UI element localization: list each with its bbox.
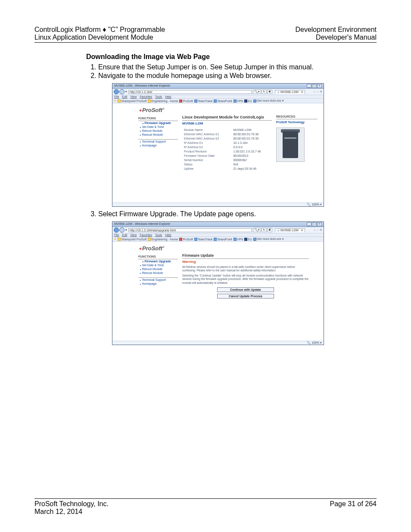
sidebar-technical-support[interactable]: Technical Support: [138, 140, 178, 143]
sidebar-firmware-upgrade[interactable]: Firmware Upgrade: [138, 121, 178, 125]
cancel-update-button[interactable]: Cancel Update Process: [217, 294, 274, 299]
menu-bar[interactable]: File Edit View Favorites Tools Help: [112, 233, 324, 237]
toolbar-icons[interactable]: ⌂ ☆ ⚙: [305, 228, 322, 232]
sidebar-reboot-module[interactable]: Reboot Module: [138, 129, 178, 133]
sidebar-set-date-time[interactable]: Set Date & Time: [138, 125, 178, 129]
screenshot-firmware-update: MVI56E-LDM - Windows Internet Explorer _…: [112, 221, 377, 345]
refresh-icon[interactable]: ↻: [262, 228, 267, 232]
firmware-update-title: Firmware Update: [182, 253, 309, 259]
window-buttons[interactable]: _□×: [306, 222, 322, 226]
refresh-icon[interactable]: ↻: [262, 90, 267, 94]
page-header: ControlLogix Platform ♦ "C" Programmable…: [34, 26, 377, 43]
toolbar-icons[interactable]: ⌂ ☆ ⚙: [305, 90, 322, 93]
warning-text-1: All fieldbus devices should be placed in…: [182, 264, 309, 273]
browser-tab[interactable]: ◎ MVI56E-LDM×: [275, 90, 305, 94]
module-info-table: Module NameMVI56E-LDM Ethernet MAC Addre…: [182, 127, 272, 171]
search-icon[interactable]: 🔍▾: [253, 90, 261, 94]
back-button[interactable]: [114, 89, 119, 94]
footer-date: March 12, 2014: [34, 508, 109, 516]
step-1: Ensure that the Setup Jumper is on. See …: [98, 63, 377, 71]
sidebar-firmware-upgrade[interactable]: Firmware Upgrade: [138, 259, 178, 263]
step-list: Ensure that the Setup Jumper is on. See …: [98, 63, 377, 80]
warning-label: Warning: [182, 259, 309, 264]
window-title: MVI56E-LDM - Windows Internet Explorer: [114, 84, 170, 88]
favorites-bar[interactable]: ★ Sharepoint ProSoft Engineering - Home …: [112, 237, 324, 242]
sidebar-set-date-time[interactable]: Set Date & Time: [138, 263, 178, 267]
header-right-2: Developer's Manual: [295, 34, 377, 41]
forward-button[interactable]: [119, 227, 125, 233]
stop-icon[interactable]: ✖: [267, 228, 272, 232]
favorites-bar[interactable]: ★ Sharepoint ProSoft Engineering - Home …: [112, 99, 324, 103]
step-list-cont: Select Firmware Upgrade. The Update page…: [98, 210, 377, 218]
page-footer: ProSoft Technology, Inc. March 12, 2014 …: [34, 498, 377, 516]
sidebar-reboot-module[interactable]: Reboot Module: [138, 267, 178, 271]
window-title: MVI56E-LDM - Windows Internet Explorer: [114, 222, 170, 226]
browser-tab[interactable]: ◎ MVI56E-LDM×: [275, 228, 305, 232]
address-bar[interactable]: http://10.1.3.184/startupgrade.html: [128, 228, 252, 232]
model-name: MVI56E-LDM: [182, 121, 272, 127]
prosoft-logo: ✦ProSoft®: [112, 242, 324, 253]
header-left-2: Linux Application Development Module: [34, 34, 165, 41]
sidebar-rescue-module[interactable]: Rescue Module: [138, 133, 178, 137]
sidebar-homepage[interactable]: Homepage: [138, 143, 178, 147]
sidebar-rescue-module[interactable]: Rescue Module: [138, 271, 178, 275]
sidebar-homepage[interactable]: Homepage: [138, 282, 178, 286]
close-icon[interactable]: ×: [301, 229, 303, 232]
sidebar-technical-support[interactable]: Technical Support: [138, 278, 178, 282]
back-button[interactable]: [114, 227, 119, 233]
step-3: Select Firmware Upgrade. The Update page…: [98, 210, 377, 218]
prosoft-logo: ✦ProSoft®: [112, 103, 324, 115]
stop-icon[interactable]: ✖: [267, 90, 272, 94]
module-image: [276, 128, 305, 162]
forward-button[interactable]: [119, 89, 125, 94]
header-left-1: ControlLogix Platform ♦ "C" Programmable: [34, 26, 165, 34]
sidebar-functions-header: FUNCTIONS: [138, 255, 178, 259]
close-icon[interactable]: ×: [301, 90, 303, 93]
menu-bar[interactable]: File Edit View Favorites Tools Help: [112, 95, 324, 99]
sidebar-functions-header: FUNCTIONS: [138, 117, 178, 121]
main-title: Linux Development Module for ControlLogi…: [182, 115, 272, 121]
status-bar: 🔍 100% ▾: [112, 341, 324, 345]
step-2: Navigate to the module homepage using a …: [98, 72, 377, 80]
resources-header: RESOURCES: [276, 115, 318, 119]
status-bar: 🔍 100% ▾: [112, 202, 324, 206]
footer-page: Page 31 of 264: [330, 500, 377, 516]
continue-update-button[interactable]: Continue with Update: [217, 287, 274, 292]
search-icon[interactable]: 🔍▾: [253, 228, 261, 232]
footer-company: ProSoft Technology, Inc.: [34, 500, 109, 508]
section-title: Downloading the Image via Web Page: [86, 53, 377, 61]
resources-link[interactable]: ProSoft Technology: [276, 119, 318, 125]
window-buttons[interactable]: _□×: [306, 84, 322, 88]
warning-text-2: Selecting the "Continue Update" button w…: [182, 273, 309, 285]
address-bar[interactable]: http://10.1.3.184/: [128, 90, 252, 94]
screenshot-homepage: MVI56E-LDM - Windows Internet Explorer _…: [112, 83, 377, 207]
header-right-1: Development Environment: [295, 26, 377, 34]
